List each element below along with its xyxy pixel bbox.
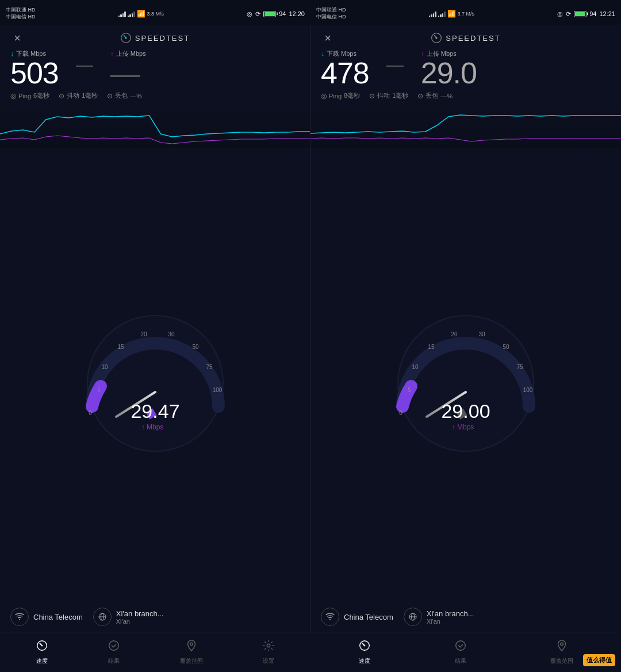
- speed-right: 3.7 M/s: [458, 11, 475, 17]
- gauge-wrapper-left: 0 5 10 15 20 30 50 75 100: [75, 303, 236, 452]
- nav-speed-left[interactable]: 速度: [36, 639, 48, 665]
- nav-results-icon-left: [108, 639, 120, 655]
- loss-label-right: 丢包: [425, 91, 438, 100]
- svg-text:10: 10: [101, 364, 108, 370]
- status-icons-right: 📶 3.7 M/s: [429, 10, 475, 18]
- panel-header-right: × SPEEDTEST: [310, 25, 621, 48]
- signal2-icon-left: [128, 10, 135, 17]
- speed-left: 3.8 M/s: [147, 11, 164, 17]
- speedtest-icon-left: [120, 32, 132, 44]
- ping-label-left: Ping: [18, 93, 31, 99]
- provider-name-right: China Telecom: [344, 613, 393, 621]
- bottom-info-right: China Telecom Xi'an branch... Xi'an: [310, 601, 621, 632]
- loss-item-left: ⊙ 丢包 —%: [107, 91, 142, 100]
- loss-value-left: —%: [130, 93, 142, 99]
- bottom-nav: 速度 结果 覆盖范围: [0, 632, 621, 672]
- svg-point-44: [363, 645, 365, 647]
- nav-results-label-left: 结果: [108, 657, 120, 665]
- wifi-icon-right: 📶: [447, 10, 456, 18]
- download-group-right: ↓ 下载 Mbps 478: [321, 49, 369, 88]
- ping-item-right: ◎ Ping 8毫秒: [321, 91, 360, 100]
- close-button-left[interactable]: ×: [10, 32, 24, 45]
- wifi-icon-left: 📶: [137, 10, 145, 18]
- svg-text:29.00: 29.00: [441, 400, 490, 422]
- svg-text:10: 10: [412, 364, 419, 370]
- close-button-right[interactable]: ×: [321, 32, 335, 45]
- wifi-chip-icon-right: [321, 608, 339, 626]
- nav-right: 速度 结果 覆盖范围: [310, 639, 621, 665]
- svg-text:100: 100: [523, 387, 533, 393]
- svg-text:5: 5: [408, 387, 411, 393]
- upload-value-left: —: [110, 58, 140, 88]
- time-right: 12:21: [599, 10, 615, 17]
- nav-results-right[interactable]: 结果: [454, 639, 467, 665]
- status-bar: 中国联通 HD 中国电信 HD 📶 3.8 M/s ◎ ⟳: [0, 0, 621, 25]
- jitter-label-right: 抖动: [377, 91, 390, 100]
- gauge-area-right: 0 5 10 15 20 30 50 75 100: [310, 148, 621, 601]
- svg-point-1: [125, 37, 126, 39]
- jitter-value-right: 1毫秒: [392, 91, 408, 100]
- gauge-area-left: 0 5 10 15 20 30 50 75 100: [0, 148, 310, 601]
- svg-text:0: 0: [399, 410, 402, 416]
- nav-coverage-right[interactable]: 覆盖范围: [550, 639, 573, 665]
- svg-text:29.47: 29.47: [131, 400, 179, 422]
- svg-text:↑ Mbps: ↑ Mbps: [141, 423, 163, 431]
- globe-chip-icon-right: [404, 608, 422, 626]
- nav-speed-label-left: 速度: [36, 657, 48, 665]
- status-right-left: ◎ ⟳ 94 12:20: [247, 10, 305, 18]
- jitter-item-left: ⊙ 抖动 1毫秒: [59, 91, 98, 100]
- nav-coverage-icon-left: [185, 639, 198, 655]
- svg-text:↑ Mbps: ↑ Mbps: [452, 423, 474, 431]
- server-text-right: Xi'an branch... Xi'an: [427, 609, 474, 625]
- location-icon-left: ◎: [247, 10, 252, 18]
- speedtest-text-right: SPEEDTEST: [446, 34, 500, 43]
- carrier1-right: 中国联通 HD: [316, 7, 346, 14]
- loss-label-left: 丢包: [115, 91, 128, 100]
- upload-value-right: 29.0: [421, 58, 477, 88]
- nav-results-icon-right: [454, 639, 467, 655]
- nav-settings-left[interactable]: 设置: [262, 639, 275, 665]
- gauge-wrapper-right: 0 5 10 15 20 30 50 75 100: [385, 303, 546, 452]
- svg-text:50: 50: [192, 344, 199, 350]
- speedtest-text-left: SPEEDTEST: [135, 34, 190, 43]
- carrier-info-right: 中国联通 HD 中国电信 HD: [316, 7, 346, 20]
- carrier2-right: 中国电信 HD: [316, 14, 346, 21]
- nav-left: 速度 结果 覆盖范围: [0, 639, 310, 665]
- provider-chip-left: China Telecom: [10, 608, 83, 626]
- download-value-right: 478: [321, 58, 369, 88]
- speed-stats-left: ↓ 下载 Mbps 503 ↑ 上传 Mbps —: [0, 48, 310, 90]
- speedtest-icon-right: [431, 32, 442, 44]
- nav-settings-label-left: 设置: [263, 657, 274, 665]
- graph-svg-right: [310, 102, 621, 148]
- vpn-icon-right: ⟳: [566, 10, 571, 18]
- carrier-info-left: 中国联通 HD 中国电信 HD: [6, 7, 36, 20]
- vpn-icon-left: ⟳: [255, 10, 260, 18]
- ping-row-left: ◎ Ping 6毫秒 ⊙ 抖动 1毫秒 ⊙ 丢包 —%: [0, 90, 310, 102]
- svg-point-42: [267, 644, 271, 647]
- globe-chip-icon-left: [93, 608, 112, 626]
- signal-icon-right: [429, 10, 436, 17]
- nav-coverage-label-left: 覆盖范围: [180, 657, 203, 665]
- loss-value-right: —%: [440, 93, 453, 99]
- ping-item-left: ◎ Ping 6毫秒: [10, 91, 49, 100]
- ping-value-left: 6毫秒: [33, 91, 49, 100]
- jitter-icon-right: ⊙: [369, 92, 375, 100]
- main-area: × SPEEDTEST ↓ 下载 Mbps 503: [0, 25, 621, 632]
- svg-text:30: 30: [168, 331, 175, 337]
- jitter-icon-left: ⊙: [59, 92, 64, 100]
- svg-text:50: 50: [503, 344, 509, 350]
- svg-text:30: 30: [478, 331, 485, 337]
- svg-text:15: 15: [117, 344, 124, 350]
- gauge-svg-right: 0 5 10 15 20 30 50 75 100: [385, 303, 546, 452]
- nav-speed-right[interactable]: 速度: [358, 639, 371, 665]
- svg-text:0: 0: [89, 410, 92, 416]
- svg-text:100: 100: [212, 387, 222, 393]
- ping-value-right: 8毫秒: [344, 91, 360, 100]
- carrier1-left: 中国联通 HD: [6, 7, 36, 14]
- nav-coverage-left[interactable]: 覆盖范围: [180, 639, 203, 665]
- svg-point-45: [456, 641, 466, 651]
- nav-settings-icon-left: [262, 639, 275, 655]
- nav-speed-icon-right: [358, 639, 371, 655]
- signal-icon-left: [118, 10, 126, 17]
- nav-results-left[interactable]: 结果: [108, 639, 120, 665]
